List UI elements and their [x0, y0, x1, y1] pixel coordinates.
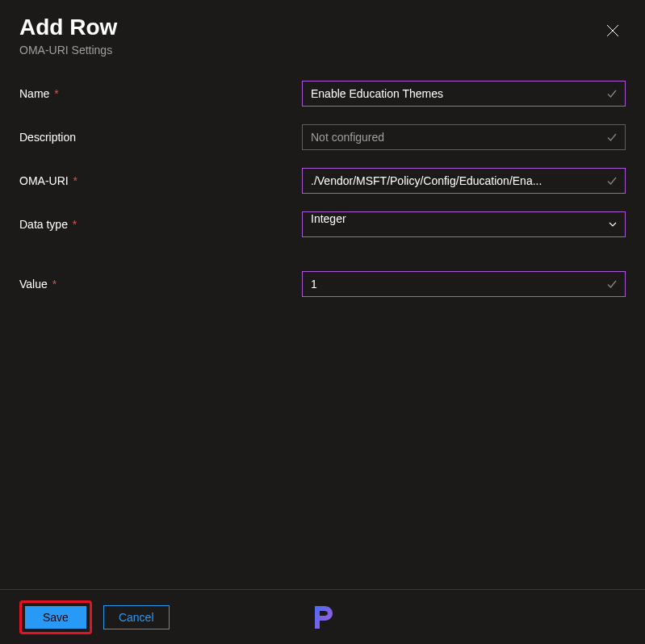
form-row-datatype: Data type * Integer: [19, 211, 626, 237]
value-label: Value *: [19, 278, 302, 291]
description-input[interactable]: [302, 124, 626, 150]
name-label-text: Name: [19, 87, 49, 100]
required-indicator: *: [73, 174, 77, 187]
form-row-omauri: OMA-URI *: [19, 168, 626, 194]
close-icon: [606, 24, 619, 37]
datatype-select[interactable]: Integer: [302, 211, 626, 237]
datatype-select-wrapper: Integer: [302, 211, 626, 237]
datatype-label: Data type *: [19, 218, 302, 231]
omauri-input[interactable]: [302, 168, 626, 194]
name-label: Name *: [19, 87, 302, 100]
logo-icon: [308, 603, 337, 632]
omauri-label-text: OMA-URI: [19, 174, 69, 187]
description-label-text: Description: [19, 131, 76, 144]
value-label-text: Value: [19, 278, 48, 291]
name-input[interactable]: [302, 81, 626, 107]
description-input-wrapper: [302, 124, 626, 150]
description-label: Description: [19, 131, 302, 144]
required-indicator: *: [54, 87, 58, 100]
value-input-wrapper: [302, 271, 626, 297]
dialog-header: Add Row OMA-URI Settings: [0, 0, 645, 56]
spacer: [19, 255, 626, 271]
dialog-title: Add Row: [19, 15, 626, 40]
omauri-input-wrapper: [302, 168, 626, 194]
omauri-label: OMA-URI *: [19, 174, 302, 187]
form-row-value: Value *: [19, 271, 626, 297]
value-input[interactable]: [302, 271, 626, 297]
save-button[interactable]: Save: [25, 606, 86, 629]
form-row-description: Description: [19, 124, 626, 150]
required-indicator: *: [73, 218, 77, 231]
form-row-name: Name *: [19, 81, 626, 107]
datatype-label-text: Data type: [19, 218, 68, 231]
cancel-button[interactable]: Cancel: [103, 605, 170, 629]
save-highlight-box: Save: [19, 600, 92, 634]
dialog-subtitle: OMA-URI Settings: [19, 44, 626, 56]
footer: Save Cancel: [0, 589, 645, 644]
logo: [308, 603, 337, 632]
required-indicator: *: [52, 278, 57, 291]
close-button[interactable]: [600, 18, 626, 44]
name-input-wrapper: [302, 81, 626, 107]
form-area: Name * Description OMA-URI *: [0, 56, 645, 297]
